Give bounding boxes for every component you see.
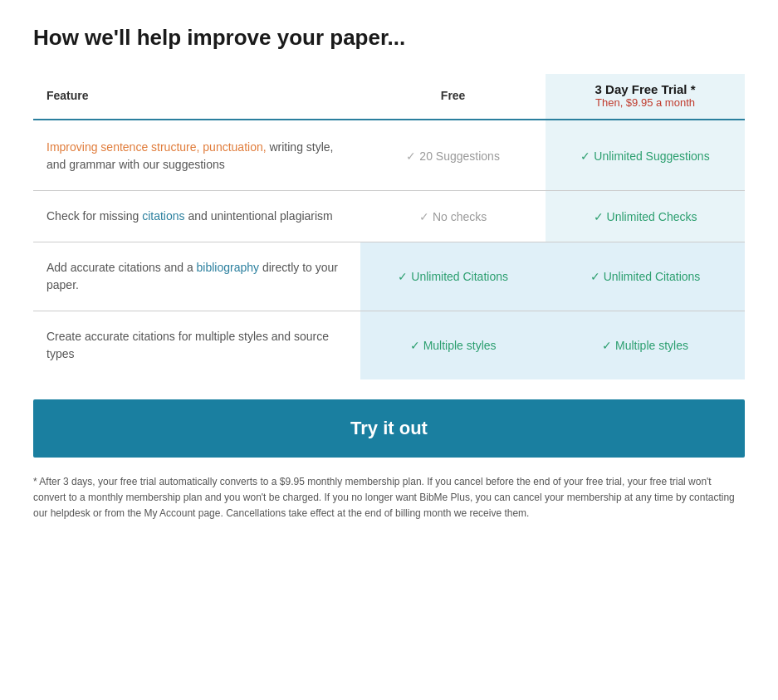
table-row: Create accurate citations for multiple s… <box>33 311 745 380</box>
free-check: ✓ <box>419 210 429 223</box>
feature-text: Improving sentence structure, punctuatio… <box>46 140 334 171</box>
page-title: How we'll help improve your paper... <box>33 25 745 51</box>
trial-check: ✓ <box>594 210 604 223</box>
feature-text: Create accurate citations for multiple s… <box>46 330 329 360</box>
trial-value: Unlimited Citations <box>604 270 701 283</box>
feature-link-bibliography: bibliography <box>197 261 260 274</box>
comparison-table: Feature Free 3 Day Free Trial * Then, $9… <box>33 74 745 379</box>
trial-check: ✓ <box>602 339 612 352</box>
col-header-trial: 3 Day Free Trial * Then, $9.95 a month <box>546 74 745 120</box>
feature-text: Check for missing citations and unintent… <box>46 209 333 223</box>
free-value: 20 Suggestions <box>419 149 500 163</box>
table-row: Add accurate citations and a bibliograph… <box>33 242 745 311</box>
feature-text-orange-1: Improving sentence structure, punctuatio… <box>46 140 267 154</box>
trial-value: Unlimited Suggestions <box>594 149 709 163</box>
trial-value: Unlimited Checks <box>607 210 697 223</box>
free-value: Unlimited Citations <box>411 270 508 283</box>
col-header-free: Free <box>360 74 546 120</box>
try-button[interactable]: Try it out <box>33 399 745 458</box>
free-cell: ✓Multiple styles <box>360 311 546 380</box>
feature-cell: Add accurate citations and a bibliograph… <box>33 242 360 311</box>
trial-header-sub: Then, $9.95 a month <box>559 96 732 109</box>
feature-cell: Create accurate citations for multiple s… <box>33 311 360 380</box>
table-row: Check for missing citations and unintent… <box>33 191 745 242</box>
trial-cell: ✓Unlimited Checks <box>546 191 745 242</box>
footnote: * After 3 days, your free trial automati… <box>33 474 745 522</box>
free-cell: ✓No checks <box>360 191 546 242</box>
try-button-container: Try it out <box>33 399 745 458</box>
free-check: ✓ <box>410 339 420 352</box>
free-check: ✓ <box>398 270 408 283</box>
free-value: Multiple styles <box>423 339 497 352</box>
trial-check: ✓ <box>590 270 600 283</box>
table-row: Improving sentence structure, punctuatio… <box>33 122 745 191</box>
feature-text: Add accurate citations and a bibliograph… <box>46 261 338 291</box>
col-header-feature: Feature <box>33 74 360 120</box>
trial-value: Multiple styles <box>615 339 688 352</box>
trial-check: ✓ <box>580 149 590 163</box>
free-check: ✓ <box>406 149 416 163</box>
trial-cell: ✓Unlimited Citations <box>546 242 745 311</box>
free-value: No checks <box>433 210 487 223</box>
free-cell: ✓Unlimited Citations <box>360 242 546 311</box>
trial-cell: ✓Unlimited Suggestions <box>546 122 745 191</box>
trial-header-main: 3 Day Free Trial * <box>559 82 732 96</box>
trial-cell: ✓Multiple styles <box>546 311 745 380</box>
feature-cell: Improving sentence structure, punctuatio… <box>33 122 360 191</box>
feature-cell: Check for missing citations and unintent… <box>33 191 360 242</box>
free-cell: ✓20 Suggestions <box>360 122 546 191</box>
feature-link-citations: citations <box>142 209 184 223</box>
